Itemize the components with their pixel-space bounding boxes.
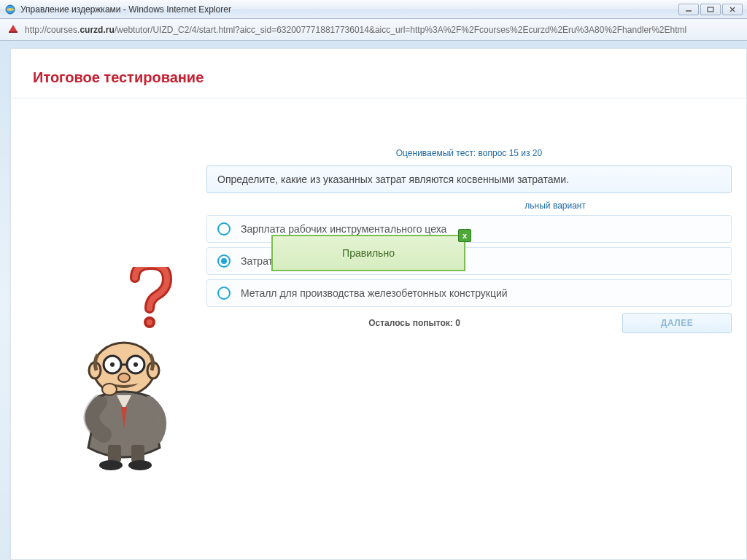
address-bar[interactable]: http://courses.curzd.ru/webtutor/UIZD_C2… [0,19,747,41]
svg-point-16 [118,373,130,382]
viewport: Итоговое тестирование Оцениваемый тест: … [0,41,747,560]
page-title: Итоговое тестирование [11,49,746,98]
minimize-button[interactable] [678,4,699,15]
url-host: curzd.ru [80,25,114,35]
svg-rect-19 [131,445,144,462]
quiz-footer: Осталось попыток: 0 ДАЛЕЕ [206,313,732,333]
hint-text: льный вариант [206,201,732,211]
feedback-popup: Правильно x [271,235,465,271]
svg-rect-2 [708,7,713,12]
svg-point-17 [102,384,117,395]
window-titlebar: Управление издержками - Windows Internet… [0,0,747,19]
attempts-label: Осталось попыток: 0 [206,318,622,328]
window-title: Управление издержками - Windows Internet… [20,4,231,15]
site-favicon-icon [7,23,19,36]
window-controls [677,4,743,15]
option-label: Зарплата рабочих инструментального цеха [241,223,446,235]
radio-icon[interactable] [217,287,231,300]
feedback-text: Правильно [342,247,395,259]
svg-rect-18 [108,445,121,462]
divider [11,98,746,98]
next-button[interactable]: ДАЛЕЕ [622,313,732,333]
browser-window: Управление издержками - Windows Internet… [0,0,747,560]
url-text: http://courses.curzd.ru/webtutor/UIZD_C2… [25,25,686,35]
close-icon[interactable]: x [458,229,471,242]
svg-point-20 [99,460,123,470]
maximize-button[interactable] [700,4,721,15]
option-label: Металл для производства железобетонных к… [241,287,508,299]
url-path: /webtutor/UIZD_C2/4/start.html?aicc_sid=… [115,25,686,35]
radio-icon[interactable] [217,254,231,268]
svg-point-14 [110,362,115,367]
svg-point-21 [128,460,152,470]
svg-point-7 [147,319,152,325]
svg-point-15 [133,362,138,367]
ie-icon [4,4,16,15]
mascot-image [73,267,190,471]
close-button[interactable] [722,4,743,15]
progress-label: Оцениваемый тест: вопрос 15 из 20 [206,148,732,158]
option-row[interactable]: Металл для производства железобетонных к… [206,279,732,307]
radio-icon[interactable] [217,222,231,236]
svg-rect-5 [9,31,18,33]
question-text: Определите, какие из указанных затрат яв… [206,166,732,193]
url-prefix: http://courses. [25,25,80,35]
